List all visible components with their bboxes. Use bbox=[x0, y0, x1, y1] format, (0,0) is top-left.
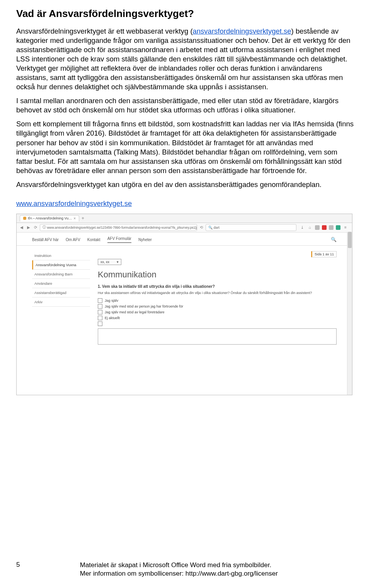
ext-icon-4[interactable] bbox=[336, 225, 340, 230]
option-3[interactable]: Ej aktuellt bbox=[98, 316, 337, 320]
nav-item-3[interactable]: AFV Formulär bbox=[107, 236, 131, 243]
intro-lead1: Ansvarsfördelningsverktyget är ett webba… bbox=[16, 27, 193, 35]
paragraph-3: Som ett komplement till frågorna finns e… bbox=[16, 119, 355, 175]
search-value: dart bbox=[213, 226, 220, 229]
nav-item-2[interactable]: Kontakt bbox=[87, 238, 100, 242]
option-label: Ej aktuellt bbox=[105, 316, 120, 320]
intro-lead2: ) bestående av kategorier med underligga… bbox=[16, 27, 351, 91]
back-icon[interactable]: ◀ bbox=[19, 225, 24, 229]
page-title: Vad är Ansvarsfördelningsverktyget? bbox=[16, 8, 355, 20]
checkbox-icon[interactable] bbox=[98, 304, 102, 309]
option-4[interactable] bbox=[98, 321, 337, 326]
address-bar[interactable]: ⓘ www.ansvarsfordelningsverktyget.se/123… bbox=[40, 224, 197, 231]
browser-tab-strip: IfA – Ansvarsfördelning Vu… × + bbox=[17, 214, 352, 223]
menu-icon[interactable]: ≡ bbox=[343, 225, 348, 230]
browser-toolbar: ◀ ▶ ⟳ ⓘ www.ansvarsfordelningsverktyget.… bbox=[17, 223, 352, 233]
checkbox-icon[interactable] bbox=[98, 298, 102, 303]
option-0[interactable]: Jag själv bbox=[98, 298, 337, 303]
footer-line-2: Mer information om symbollicenser: http:… bbox=[80, 570, 278, 577]
embedded-screenshot: IfA – Ansvarsfördelning Vu… × + ◀ ▶ ⟳ ⓘ … bbox=[16, 214, 352, 395]
favicon-icon bbox=[23, 217, 26, 220]
browser-tab-title: IfA – Ansvarsfördelning Vu… bbox=[28, 216, 72, 220]
sidebar-item-0[interactable]: Instruktion bbox=[32, 251, 90, 260]
refresh2-icon[interactable]: ⟲ bbox=[199, 225, 204, 229]
close-icon[interactable]: × bbox=[73, 216, 76, 221]
page-number: 5 bbox=[16, 561, 28, 569]
footer-line-1: Materialet är skapat i Microsoft Office … bbox=[80, 561, 271, 569]
nav-item-1[interactable]: Om AFV bbox=[66, 238, 80, 242]
section-heading: Kommunikation bbox=[98, 270, 337, 280]
home-icon[interactable]: ⌂ bbox=[307, 225, 313, 230]
intro-link[interactable]: ansvarsfordelningsverktyget.se bbox=[193, 27, 291, 35]
paragraph-4: Ansvarsfördelningsverktyget kan utgöra e… bbox=[16, 180, 355, 189]
ext-icon-2[interactable] bbox=[322, 225, 327, 230]
question-description: Hur ska assistansen utföras vid initiati… bbox=[98, 291, 337, 296]
forward-icon[interactable]: ▶ bbox=[26, 225, 31, 229]
patient-select[interactable]: xx, xx bbox=[98, 259, 121, 265]
form-content: Sida 1 av 11 xx, xx Kommunikation 1. Vem… bbox=[98, 251, 337, 345]
sidebar-item-1[interactable]: Ansvarsfördelning Vuxna bbox=[32, 260, 90, 270]
free-text-input[interactable] bbox=[98, 328, 337, 345]
option-label: Jag själv bbox=[105, 299, 118, 302]
reload-icon[interactable]: ⟳ bbox=[33, 225, 38, 229]
checkbox-icon[interactable] bbox=[98, 316, 102, 320]
download-icon[interactable]: ⤓ bbox=[300, 225, 305, 230]
nav-item-4[interactable]: Nyheter bbox=[138, 238, 152, 242]
page-indicator: Sida 1 av 11 bbox=[311, 251, 337, 257]
checkbox-icon[interactable] bbox=[98, 310, 102, 314]
sidebar-item-5[interactable]: Arkiv bbox=[32, 297, 90, 307]
browser-search-input[interactable]: 🔍 dart bbox=[206, 224, 296, 231]
site-url[interactable]: www.ansvarsfordelningsverktyget.se bbox=[16, 199, 132, 207]
checkbox-icon[interactable] bbox=[98, 321, 102, 326]
scrollbar-thumb[interactable] bbox=[348, 232, 352, 248]
paragraph-intro: Ansvarsfördelningsverktyget är ett webba… bbox=[16, 27, 355, 92]
option-label: Jag själv med stöd av legal företrädare bbox=[105, 310, 165, 314]
sidebar-item-3[interactable]: Användare bbox=[32, 279, 90, 288]
scrollbar[interactable] bbox=[347, 232, 352, 395]
question-title: 1. Vem ska ta initiativ till att uttryck… bbox=[98, 284, 337, 289]
site-url-line: www.ansvarsfordelningsverktyget.se bbox=[16, 199, 355, 208]
option-label: Jag själv med stöd av person jag har för… bbox=[105, 304, 183, 308]
new-tab-button[interactable]: + bbox=[82, 216, 84, 221]
option-2[interactable]: Jag själv med stöd av legal företrädare bbox=[98, 310, 337, 314]
sidebar-item-4[interactable]: Assistansberättigad bbox=[32, 288, 90, 297]
page-footer: 5 Materialet är skapat i Microsoft Offic… bbox=[0, 561, 371, 578]
site-search-icon[interactable]: 🔍 bbox=[331, 237, 337, 242]
nav-item-0[interactable]: Beställ AFV här bbox=[32, 238, 59, 242]
toolbar-icons: ⤓ ⌂ ≡ bbox=[298, 225, 350, 230]
site-nav: Beställ AFV här Om AFV Kontakt AFV Formu… bbox=[17, 233, 352, 246]
address-bar-text: www.ansvarsfordelningsverktyget.se/12345… bbox=[47, 226, 197, 229]
patient-select-value: xx, xx bbox=[100, 260, 109, 264]
ext-icon-1[interactable] bbox=[315, 225, 320, 230]
sidebar-item-2[interactable]: Ansvarsfördelning Barn bbox=[32, 270, 90, 279]
ext-icon-3[interactable] bbox=[329, 225, 334, 230]
browser-tab[interactable]: IfA – Ansvarsfördelning Vu… × bbox=[20, 215, 79, 221]
option-1[interactable]: Jag själv med stöd av person jag har för… bbox=[98, 304, 337, 309]
paragraph-2: I samtal mellan anordnaren och den assis… bbox=[16, 96, 355, 115]
form-sidebar: Instruktion Ansvarsfördelning Vuxna Ansv… bbox=[32, 251, 90, 345]
